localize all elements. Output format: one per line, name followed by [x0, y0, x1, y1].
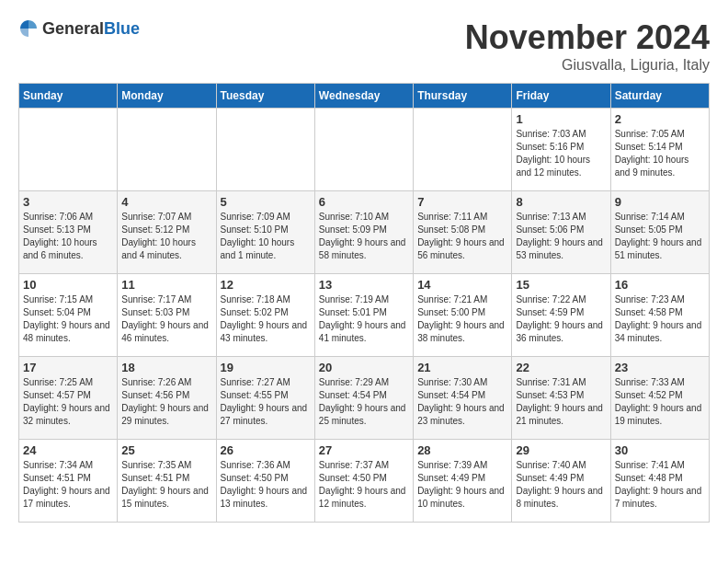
day-number: 10: [23, 278, 113, 292]
calendar-cell: 20Sunrise: 7:29 AMSunset: 4:54 PMDayligh…: [314, 357, 413, 440]
day-number: 11: [121, 278, 211, 292]
day-info: Sunrise: 7:19 AMSunset: 5:01 PMDaylight:…: [319, 293, 409, 345]
calendar-cell: 29Sunrise: 7:40 AMSunset: 4:49 PMDayligh…: [512, 440, 610, 523]
day-number: 2: [615, 112, 705, 126]
week-row-0: 1Sunrise: 7:03 AMSunset: 5:16 PMDaylight…: [19, 109, 710, 191]
day-info: Sunrise: 7:35 AMSunset: 4:51 PMDaylight:…: [121, 459, 211, 511]
day-info: Sunrise: 7:09 AMSunset: 5:10 PMDaylight:…: [221, 211, 311, 262]
logo: GeneralBlue: [18, 18, 140, 39]
day-number: 25: [121, 443, 211, 457]
calendar-cell: 16Sunrise: 7:23 AMSunset: 4:58 PMDayligh…: [610, 274, 709, 357]
month-title: November 2024: [465, 18, 710, 57]
calendar-cell: 17Sunrise: 7:25 AMSunset: 4:57 PMDayligh…: [19, 357, 118, 440]
day-number: 14: [417, 278, 507, 292]
day-info: Sunrise: 7:41 AMSunset: 4:48 PMDaylight:…: [615, 459, 705, 511]
calendar-cell: 8Sunrise: 7:13 AMSunset: 5:06 PMDaylight…: [512, 191, 610, 274]
day-info: Sunrise: 7:26 AMSunset: 4:56 PMDaylight:…: [121, 376, 211, 428]
header-thursday: Thursday: [414, 84, 512, 109]
day-number: 20: [319, 361, 409, 374]
day-info: Sunrise: 7:27 AMSunset: 4:55 PMDaylight:…: [221, 376, 311, 428]
day-number: 28: [417, 443, 507, 457]
calendar-cell: 28Sunrise: 7:39 AMSunset: 4:49 PMDayligh…: [414, 440, 512, 523]
day-info: Sunrise: 7:36 AMSunset: 4:50 PMDaylight:…: [221, 459, 311, 511]
day-info: Sunrise: 7:31 AMSunset: 4:53 PMDaylight:…: [516, 376, 606, 428]
calendar-cell: 21Sunrise: 7:30 AMSunset: 4:54 PMDayligh…: [414, 357, 512, 440]
calendar-cell: [314, 109, 413, 191]
day-number: 18: [121, 361, 211, 374]
title-area: November 2024 Giusvalla, Liguria, Italy: [465, 18, 710, 74]
day-number: 6: [319, 195, 409, 209]
day-number: 19: [221, 361, 311, 374]
day-number: 29: [516, 443, 606, 457]
calendar-cell: 5Sunrise: 7:09 AMSunset: 5:10 PMDaylight…: [216, 191, 314, 274]
day-number: 9: [615, 195, 705, 209]
day-info: Sunrise: 7:17 AMSunset: 5:03 PMDaylight:…: [121, 293, 211, 345]
calendar-cell: 10Sunrise: 7:15 AMSunset: 5:04 PMDayligh…: [19, 274, 118, 357]
calendar-header: SundayMondayTuesdayWednesdayThursdayFrid…: [19, 84, 710, 109]
day-info: Sunrise: 7:33 AMSunset: 4:52 PMDaylight:…: [615, 376, 705, 428]
calendar-cell: [216, 109, 314, 191]
day-number: 16: [615, 278, 705, 292]
header-saturday: Saturday: [610, 84, 709, 109]
header-sunday: Sunday: [19, 84, 118, 109]
day-info: Sunrise: 7:34 AMSunset: 4:51 PMDaylight:…: [23, 459, 113, 511]
day-number: 12: [221, 278, 311, 292]
day-info: Sunrise: 7:39 AMSunset: 4:49 PMDaylight:…: [417, 459, 507, 511]
header-tuesday: Tuesday: [216, 84, 314, 109]
day-info: Sunrise: 7:40 AMSunset: 4:49 PMDaylight:…: [516, 459, 606, 511]
logo-blue: Blue: [104, 19, 140, 38]
header-row: SundayMondayTuesdayWednesdayThursdayFrid…: [19, 84, 710, 109]
logo-icon: [18, 18, 39, 39]
calendar-cell: 26Sunrise: 7:36 AMSunset: 4:50 PMDayligh…: [216, 440, 314, 523]
day-info: Sunrise: 7:23 AMSunset: 4:58 PMDaylight:…: [615, 293, 705, 345]
day-number: 30: [615, 443, 705, 457]
calendar-cell: [118, 109, 216, 191]
calendar-cell: [19, 109, 118, 191]
calendar-cell: 13Sunrise: 7:19 AMSunset: 5:01 PMDayligh…: [314, 274, 413, 357]
day-info: Sunrise: 7:03 AMSunset: 5:16 PMDaylight:…: [516, 128, 606, 179]
calendar-table: SundayMondayTuesdayWednesdayThursdayFrid…: [18, 83, 710, 523]
day-info: Sunrise: 7:14 AMSunset: 5:05 PMDaylight:…: [615, 211, 705, 262]
week-row-1: 3Sunrise: 7:06 AMSunset: 5:13 PMDaylight…: [19, 191, 710, 274]
calendar-body: 1Sunrise: 7:03 AMSunset: 5:16 PMDaylight…: [19, 109, 710, 523]
day-number: 4: [121, 195, 211, 209]
day-number: 22: [516, 361, 606, 374]
calendar-cell: 24Sunrise: 7:34 AMSunset: 4:51 PMDayligh…: [19, 440, 118, 523]
calendar-cell: 23Sunrise: 7:33 AMSunset: 4:52 PMDayligh…: [610, 357, 709, 440]
day-number: 1: [516, 112, 606, 126]
calendar-cell: 19Sunrise: 7:27 AMSunset: 4:55 PMDayligh…: [216, 357, 314, 440]
calendar-cell: 30Sunrise: 7:41 AMSunset: 4:48 PMDayligh…: [610, 440, 709, 523]
calendar-cell: 6Sunrise: 7:10 AMSunset: 5:09 PMDaylight…: [314, 191, 413, 274]
calendar-cell: 4Sunrise: 7:07 AMSunset: 5:12 PMDaylight…: [118, 191, 216, 274]
calendar-cell: 9Sunrise: 7:14 AMSunset: 5:05 PMDaylight…: [610, 191, 709, 274]
day-info: Sunrise: 7:13 AMSunset: 5:06 PMDaylight:…: [516, 211, 606, 262]
day-number: 24: [23, 443, 113, 457]
logo-general: General: [42, 19, 104, 38]
day-number: 17: [23, 361, 113, 374]
calendar-cell: 7Sunrise: 7:11 AMSunset: 5:08 PMDaylight…: [414, 191, 512, 274]
week-row-3: 17Sunrise: 7:25 AMSunset: 4:57 PMDayligh…: [19, 357, 710, 440]
day-info: Sunrise: 7:05 AMSunset: 5:14 PMDaylight:…: [615, 128, 705, 179]
day-info: Sunrise: 7:30 AMSunset: 4:54 PMDaylight:…: [417, 376, 507, 428]
week-row-4: 24Sunrise: 7:34 AMSunset: 4:51 PMDayligh…: [19, 440, 710, 523]
day-info: Sunrise: 7:15 AMSunset: 5:04 PMDaylight:…: [23, 293, 113, 345]
header-friday: Friday: [512, 84, 610, 109]
day-info: Sunrise: 7:10 AMSunset: 5:09 PMDaylight:…: [319, 211, 409, 262]
day-number: 8: [516, 195, 606, 209]
day-info: Sunrise: 7:22 AMSunset: 4:59 PMDaylight:…: [516, 293, 606, 345]
location: Giusvalla, Liguria, Italy: [465, 57, 710, 74]
week-row-2: 10Sunrise: 7:15 AMSunset: 5:04 PMDayligh…: [19, 274, 710, 357]
calendar-cell: 27Sunrise: 7:37 AMSunset: 4:50 PMDayligh…: [314, 440, 413, 523]
calendar-cell: 18Sunrise: 7:26 AMSunset: 4:56 PMDayligh…: [118, 357, 216, 440]
calendar-cell: 25Sunrise: 7:35 AMSunset: 4:51 PMDayligh…: [118, 440, 216, 523]
calendar-cell: 15Sunrise: 7:22 AMSunset: 4:59 PMDayligh…: [512, 274, 610, 357]
day-info: Sunrise: 7:18 AMSunset: 5:02 PMDaylight:…: [221, 293, 311, 345]
day-number: 21: [417, 361, 507, 374]
day-number: 27: [319, 443, 409, 457]
calendar-cell: 11Sunrise: 7:17 AMSunset: 5:03 PMDayligh…: [118, 274, 216, 357]
calendar-cell: 1Sunrise: 7:03 AMSunset: 5:16 PMDaylight…: [512, 109, 610, 191]
calendar-cell: 3Sunrise: 7:06 AMSunset: 5:13 PMDaylight…: [19, 191, 118, 274]
calendar-cell: 22Sunrise: 7:31 AMSunset: 4:53 PMDayligh…: [512, 357, 610, 440]
header-wednesday: Wednesday: [314, 84, 413, 109]
day-info: Sunrise: 7:06 AMSunset: 5:13 PMDaylight:…: [23, 211, 113, 262]
